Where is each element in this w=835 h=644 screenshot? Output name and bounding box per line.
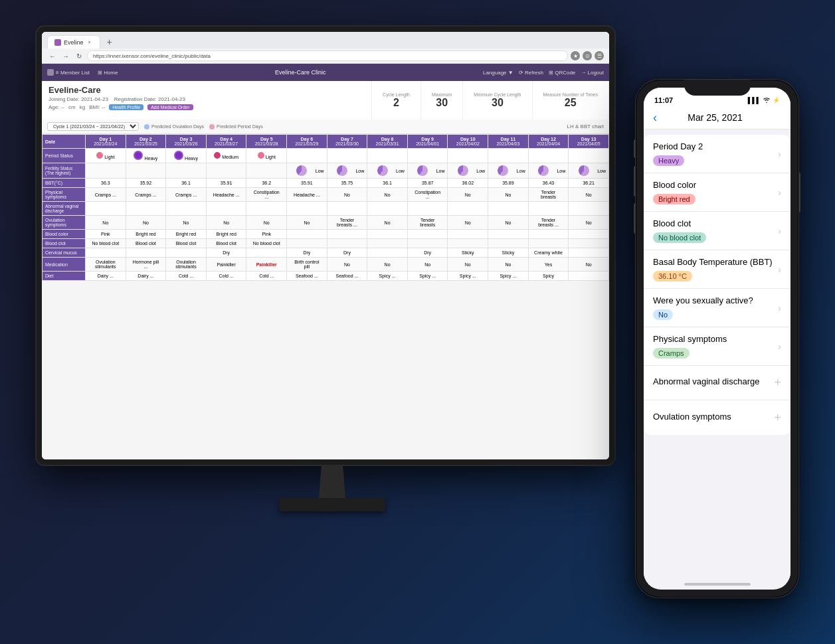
cell-cervical-10: Sticky [448, 248, 488, 258]
language-selector[interactable]: Language ▼ [483, 70, 513, 76]
cell-physical-7: No [327, 188, 367, 202]
col-header-day9: Day 92021/04/01 [407, 135, 448, 149]
cell-ovulation-5: No [246, 216, 287, 230]
col-header-day3: Day 32021/03/26 [166, 135, 207, 149]
reload-button[interactable]: ↻ [74, 50, 84, 61]
wifi-icon [763, 96, 771, 104]
monitor-outer: Eveline × + ← → ↻ https://inner.ixensor.… [37, 27, 614, 465]
tab-close-btn[interactable]: × [86, 39, 93, 46]
cell-vaginal-12 [528, 202, 569, 216]
cell-fertility-10: Low [448, 163, 488, 179]
monitor-screen: Eveline × + ← → ↻ https://inner.ixensor.… [42, 32, 609, 459]
phone-row-content-physical: Physical symptoms Cramps [653, 334, 778, 359]
cell-diet-2: Dairy ... [126, 272, 166, 281]
nav-member-list[interactable]: ≡ Member List [47, 69, 90, 76]
browser-tab-active[interactable]: Eveline × [47, 35, 100, 48]
cell-period-3: Heavy [166, 149, 207, 163]
cell-blood-color-13 [569, 230, 609, 239]
phone-row-content-ovulation-sym: Ovulation symptoms [653, 412, 774, 424]
phone-row-period-day[interactable]: Period Day 2 Heavy › [644, 135, 790, 173]
phone-volume-down-button[interactable] [634, 203, 636, 234]
cell-vaginal-1 [86, 202, 126, 216]
cell-period-10 [448, 149, 488, 163]
phone-plus-ovulation[interactable]: + [774, 411, 781, 425]
cell-physical-2: Cramps ... [126, 188, 166, 202]
phone-power-button[interactable] [798, 173, 800, 212]
lh-bbt-chart-link[interactable]: LH & BBT chart [567, 123, 604, 129]
cell-ovulation-10: No [448, 216, 488, 230]
phone-row-bbt[interactable]: Basal Body Temperature (BBT) 36.10 °C › [644, 250, 790, 289]
url-bar[interactable]: https://inner.ixensor.com/eveline_clinic… [87, 50, 568, 61]
cell-med-8: No [367, 258, 408, 272]
cell-bbt-13: 36.21 [569, 179, 609, 188]
forward-button[interactable]: → [60, 50, 71, 61]
phone-mute-button[interactable] [634, 139, 636, 158]
monitor-base [279, 498, 385, 511]
phone-row-blood-color[interactable]: Blood color Bright red › [644, 173, 790, 212]
stat-measure-times: Measure Number of Times 25 [533, 81, 609, 120]
cell-blood-color-8 [367, 230, 408, 239]
phone-badge-heavy: Heavy [653, 155, 684, 166]
cell-period-1: Light [86, 149, 126, 163]
health-profile-button[interactable]: Health Profile [109, 104, 143, 110]
phone-row-title-bbt: Basal Body Temperature (BBT) [653, 257, 778, 267]
phone-back-button[interactable]: ‹ [653, 112, 657, 123]
stat-cycle-length: Cycle Length 2 [372, 81, 421, 120]
cell-vaginal-2 [126, 202, 166, 216]
cell-bbt-10: 36.02 [448, 179, 488, 188]
phone-row-ovulation-symptoms[interactable]: Ovulation symptoms + [644, 400, 790, 435]
cell-physical-12: Tenderbreasts [528, 188, 569, 202]
cycle-bar: Cycle 1 (2021/03/24 ~ 2021/04/22) Predic… [42, 120, 609, 134]
cell-period-4: Medium [206, 149, 246, 163]
cell-vaginal-9 [407, 202, 448, 216]
cell-bbt-8: 36.1 [367, 179, 408, 188]
qrcode-btn[interactable]: ⊞ QRCode [549, 70, 575, 76]
phone-row-content-period: Period Day 2 Heavy [653, 141, 778, 166]
cell-cervical-9: Dry [407, 248, 448, 258]
phone-chevron-blood-clot: › [778, 226, 781, 236]
cell-diet-11: Spicy ... [488, 272, 529, 281]
desktop-monitor: Eveline × + ← → ↻ https://inner.ixensor.… [37, 27, 628, 531]
ext-icon-2[interactable]: ⊙ [583, 51, 592, 60]
phone-row-physical-symptoms[interactable]: Physical symptoms Cramps › [644, 327, 790, 366]
cell-ovulation-1: No [86, 216, 126, 230]
phone-plus-vaginal[interactable]: + [774, 376, 781, 390]
cell-bbt-5: 36.2 [246, 179, 287, 188]
data-table-wrapper[interactable]: Date Day 12021/03/24 Day 22021/03/25 Day… [42, 134, 609, 459]
cell-bbt-1: 36.3 [86, 179, 126, 188]
nav-home[interactable]: ⊞ Home [98, 70, 118, 76]
refresh-btn[interactable]: ⟳ Refresh [519, 70, 543, 76]
add-medical-order-button[interactable]: Add Medical Order [147, 104, 193, 110]
cycle-selector[interactable]: Cycle 1 (2021/03/24 ~ 2021/04/22) [47, 122, 139, 131]
ext-icon-1[interactable]: ★ [571, 51, 580, 60]
stats-bar: Eveline-Care Joining Date: 2021-04-23 Re… [42, 81, 609, 120]
back-button[interactable]: ← [47, 50, 58, 61]
cell-blood-color-9 [407, 230, 448, 239]
row-diet: Diet Dairy ... Dairy ... Cold ... Cold .… [43, 272, 609, 281]
cell-blood-clot-11 [488, 239, 529, 248]
cell-med-1: Ovulationstimulants [86, 258, 126, 272]
cell-cervical-7: Dry [327, 248, 367, 258]
cell-fertility-2 [126, 163, 166, 179]
phone-volume-up-button[interactable] [634, 166, 636, 197]
phone-row-abnormal-vaginal[interactable]: Abnormal vaginal discharge + [644, 366, 790, 400]
col-header-day13: Day 132021/04/05 [569, 135, 609, 149]
cell-med-7: No [327, 258, 367, 272]
nav-home-label: ⊞ Home [98, 70, 118, 76]
menu-icon [47, 69, 54, 76]
phone-row-sexually-active[interactable]: Were you sexually active? No › [644, 289, 790, 327]
cell-med-5: Painkiller [246, 258, 287, 272]
row-header-medication: Medication [43, 258, 86, 272]
ext-icon-3[interactable]: ☰ [595, 51, 604, 60]
browser-tabs: Eveline × + [42, 32, 609, 48]
phone-content[interactable]: Period Day 2 Heavy › Blood color Bright … [644, 129, 790, 578]
cell-ovulation-9: Tenderbreasts [407, 216, 448, 230]
phone-row-content-blood-clot: Blood clot No blood clot [653, 218, 778, 243]
row-header-cervical: Cervical mucus [43, 248, 86, 258]
logout-btn[interactable]: → Logout [581, 70, 604, 76]
cell-cervical-12: Creamy white [528, 248, 569, 258]
new-tab-button[interactable]: + [103, 35, 116, 48]
cell-diet-4: Cold ... [206, 272, 246, 281]
phone-row-blood-clot[interactable]: Blood clot No blood clot › [644, 212, 790, 250]
phone-chevron-physical: › [778, 341, 781, 352]
